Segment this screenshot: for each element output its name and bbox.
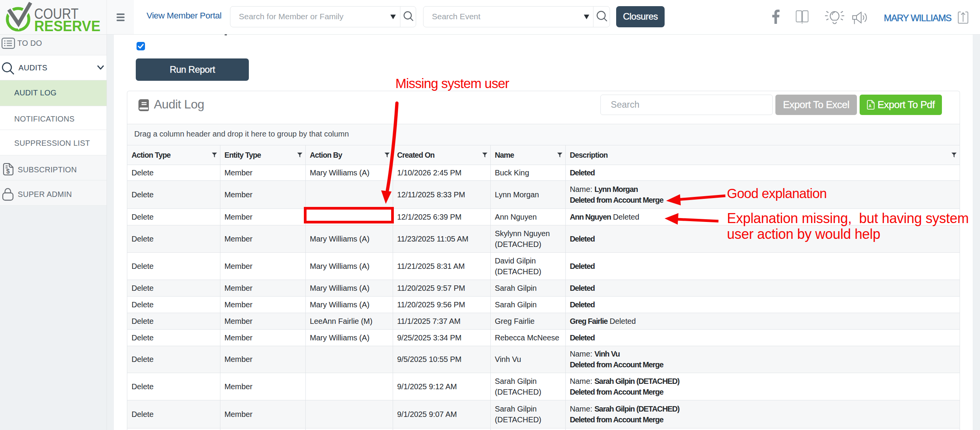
svg-text:A: A — [869, 104, 872, 108]
svg-text:$: $ — [6, 168, 10, 175]
svg-text:RESERVE: RESERVE — [34, 18, 100, 34]
